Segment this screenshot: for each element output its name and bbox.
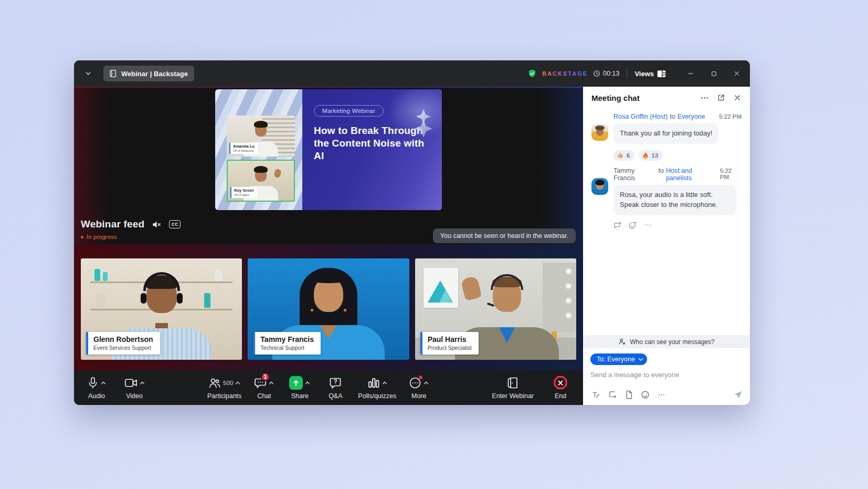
earring: [311, 309, 313, 311]
video-label: Video: [126, 392, 143, 400]
waving-hand: [274, 169, 282, 178]
text-format-icon[interactable]: [591, 390, 600, 399]
chat-message: Tammy Francis to Host and panelists 5:22…: [591, 167, 742, 229]
speaker-name-tag: Roy Green VP of Sales: [230, 187, 257, 198]
privacy-bar[interactable]: Who can see your messages?: [583, 335, 750, 348]
video-button[interactable]: Video: [121, 376, 147, 400]
views-layout-icon: [657, 70, 666, 78]
sparkle-logo-icon: [410, 104, 437, 138]
reaction-pill[interactable]: 13: [639, 150, 663, 161]
chevron-up-icon[interactable]: [424, 381, 429, 385]
clock-icon: [593, 70, 600, 77]
reaction-count: 6: [627, 152, 630, 159]
recipient-link[interactable]: Everyone: [678, 113, 705, 120]
qa-button[interactable]: ? Q&A: [322, 376, 348, 400]
decor-bottle: [204, 293, 210, 308]
video-tile-paul: Paul Harris Product Specialist: [415, 258, 576, 360]
speaker-name: Roy Green: [234, 188, 254, 193]
video-tile-tammy: Tammy Francis Technical Support: [248, 258, 409, 360]
tab-label: Webinar | Backstage: [121, 70, 188, 78]
video-tile-glenn: Glenn Robertson Event Services Support: [81, 258, 242, 360]
views-button[interactable]: Views: [634, 70, 666, 78]
participant-role: Product Specialist: [428, 345, 472, 351]
chevron-up-icon[interactable]: [305, 381, 310, 385]
headphones: [177, 293, 183, 304]
participants-icon: [208, 377, 221, 389]
enter-webinar-label: Enter Webinar: [492, 392, 534, 400]
camera-icon: [124, 378, 137, 388]
shared-slide: Amanda Lu VP of Marketing Roy Green VP o…: [215, 89, 442, 210]
decor-bottle: [94, 269, 100, 281]
participants-count: 500: [223, 380, 233, 386]
chevron-up-icon[interactable]: [382, 381, 387, 385]
meeting-tab[interactable]: Webinar | Backstage: [103, 66, 194, 81]
message-bubble: Rosa, your audio is a little soft. Speak…: [613, 185, 736, 215]
end-button[interactable]: End: [547, 376, 574, 400]
message-text: Rosa, your audio is a little soft. Speak…: [620, 191, 717, 209]
send-button[interactable]: [733, 390, 743, 400]
earring: [344, 309, 346, 311]
close-button[interactable]: [732, 69, 742, 78]
chevron-up-icon[interactable]: [101, 381, 106, 385]
speaker-thumb-roy: Roy Green VP of Sales: [227, 160, 295, 202]
message-input[interactable]: Send a message to everyone: [590, 371, 743, 379]
door-icon: [110, 69, 117, 78]
bulb: [566, 313, 571, 318]
participant-name: Glenn Robertson: [93, 335, 153, 344]
message-more-icon[interactable]: [644, 221, 652, 229]
decor-bottle: [97, 293, 105, 308]
notice-toast: You cannot be seen or heard in the webin…: [433, 228, 576, 243]
more-button[interactable]: More: [406, 376, 432, 400]
thumbs-up-icon: [617, 152, 624, 159]
participants-button[interactable]: 500 Participants: [207, 376, 241, 400]
sender-name[interactable]: Rosa Griffin (Host): [613, 113, 668, 120]
screen-capture-icon[interactable]: [608, 390, 617, 399]
send-icon: [733, 390, 743, 400]
chat-close-icon[interactable]: [733, 93, 742, 102]
person-privacy-icon: [618, 338, 626, 346]
avatar-tammy: [591, 178, 608, 195]
add-reaction-icon[interactable]: [629, 221, 637, 229]
emoji-icon[interactable]: [641, 390, 650, 399]
participant-role: Event Services Support: [93, 345, 153, 351]
captions-cc-icon[interactable]: CC: [169, 220, 181, 228]
attach-file-icon[interactable]: [625, 390, 633, 399]
reaction-pill[interactable]: 6: [613, 150, 634, 161]
popout-icon[interactable]: [717, 93, 725, 102]
sender-name[interactable]: Tammy Francis: [613, 167, 656, 182]
qa-icon: ?: [329, 377, 342, 389]
recipient-selector[interactable]: To: Everyone: [590, 353, 647, 365]
fire-icon: [642, 152, 649, 159]
muted-speaker-icon[interactable]: [152, 220, 162, 229]
participant-name: Tammy Francis: [260, 335, 314, 344]
views-label: Views: [634, 70, 654, 78]
quote-reply-icon[interactable]: [613, 221, 622, 229]
more-horizontal-icon[interactable]: [700, 93, 709, 102]
webinar-feed-title: Webinar feed: [81, 219, 144, 230]
chevron-up-icon[interactable]: [140, 381, 145, 385]
door-icon: [507, 377, 518, 389]
minimize-icon: [687, 70, 694, 77]
recipient-link[interactable]: Host and panelists: [666, 167, 718, 182]
status-dot: [81, 236, 83, 238]
maximize-button[interactable]: [709, 69, 718, 78]
backstage-badge: BACKSTAGE: [542, 70, 588, 77]
chat-badge: 1: [261, 372, 270, 381]
chevron-up-icon[interactable]: [269, 381, 274, 385]
polls-button[interactable]: Polls/quizzes: [358, 376, 396, 400]
light-panel: [543, 263, 576, 332]
minimize-button[interactable]: [686, 69, 695, 78]
participant-name-tag: Paul Harris Product Specialist: [420, 332, 479, 355]
enter-webinar-button[interactable]: Enter Webinar: [492, 376, 534, 400]
maximize-icon: [711, 70, 717, 77]
window-menu-chevron-down-icon[interactable]: [82, 68, 94, 79]
share-button[interactable]: Share: [287, 376, 313, 400]
chat-button[interactable]: 1 Chat: [251, 376, 277, 400]
audio-label: Audio: [88, 392, 105, 400]
headphones: [143, 272, 180, 291]
compose-more-icon[interactable]: [658, 391, 665, 399]
polls-label: Polls/quizzes: [358, 392, 396, 400]
mic-icon: [87, 377, 99, 389]
chevron-up-icon[interactable]: [235, 381, 240, 385]
audio-button[interactable]: Audio: [83, 376, 110, 400]
